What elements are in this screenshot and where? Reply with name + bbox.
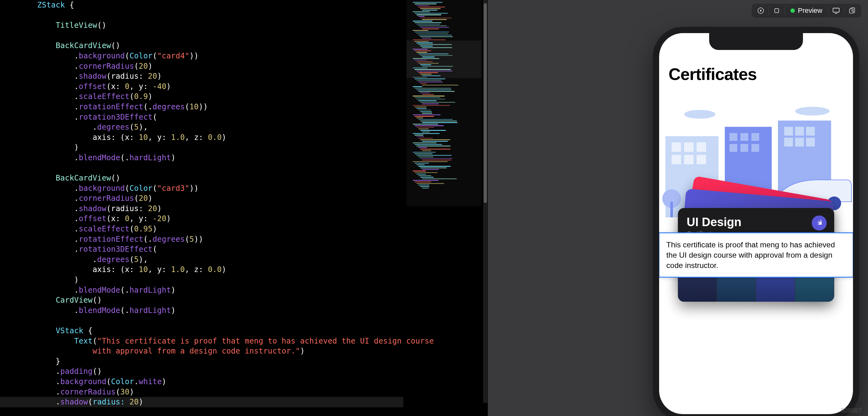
svg-rect-13 [696, 155, 706, 164]
svg-rect-10 [696, 142, 706, 152]
svg-rect-25 [784, 138, 793, 146]
live-preview-indicator[interactable]: Preview [785, 4, 827, 17]
svg-rect-12 [684, 155, 693, 164]
vertical-scrollbar[interactable] [483, 0, 488, 403]
svg-rect-23 [795, 127, 804, 136]
svg-rect-27 [806, 138, 815, 146]
page-title: Certificates [659, 64, 853, 87]
variants-button[interactable] [770, 4, 784, 17]
svg-point-5 [684, 110, 715, 119]
svg-point-6 [795, 107, 830, 115]
preview-label: Preview [798, 6, 823, 15]
preview-toolbar: Preview [752, 4, 861, 18]
device-button[interactable] [829, 4, 843, 17]
svg-rect-16 [740, 133, 748, 141]
svg-rect-8 [672, 142, 681, 152]
minimap-viewport[interactable] [406, 41, 482, 78]
play-button[interactable] [753, 4, 768, 17]
scrollbar-thumb[interactable] [484, 3, 487, 203]
svg-rect-22 [784, 127, 793, 136]
sheet-text: This certificate is proof that meng to h… [666, 241, 835, 270]
svg-rect-26 [795, 138, 804, 146]
svg-rect-9 [684, 142, 693, 152]
iphone-device-frame: Certificates [653, 27, 859, 416]
code-editor[interactable]: ZStack { TitleView() BackCardView() .bac… [0, 0, 403, 403]
minimap[interactable] [406, 0, 482, 206]
swift-logo-icon [812, 215, 827, 231]
svg-rect-24 [806, 127, 815, 136]
duplicate-preview-button[interactable] [845, 4, 859, 17]
device-notch [709, 33, 803, 50]
live-dot-icon [790, 8, 795, 13]
svg-rect-2 [833, 8, 839, 12]
svg-rect-11 [672, 155, 681, 164]
iphone-screen[interactable]: Certificates [659, 33, 853, 414]
svg-rect-18 [730, 144, 737, 152]
preview-canvas-pane: Preview Certificates [488, 0, 868, 416]
watermark: 508087 [841, 407, 862, 414]
svg-rect-15 [730, 133, 737, 141]
card-title: UI Design [687, 215, 826, 229]
bottom-sheet-selected[interactable]: This certificate is proof that meng to h… [659, 232, 853, 278]
code-editor-pane: ZStack { TitleView() BackCardView() .bac… [0, 0, 488, 416]
svg-rect-1 [775, 9, 779, 13]
svg-rect-20 [751, 144, 759, 152]
app-content: Certificates [659, 33, 853, 414]
svg-rect-31 [671, 202, 673, 217]
svg-rect-17 [751, 133, 759, 141]
svg-rect-19 [740, 144, 748, 152]
